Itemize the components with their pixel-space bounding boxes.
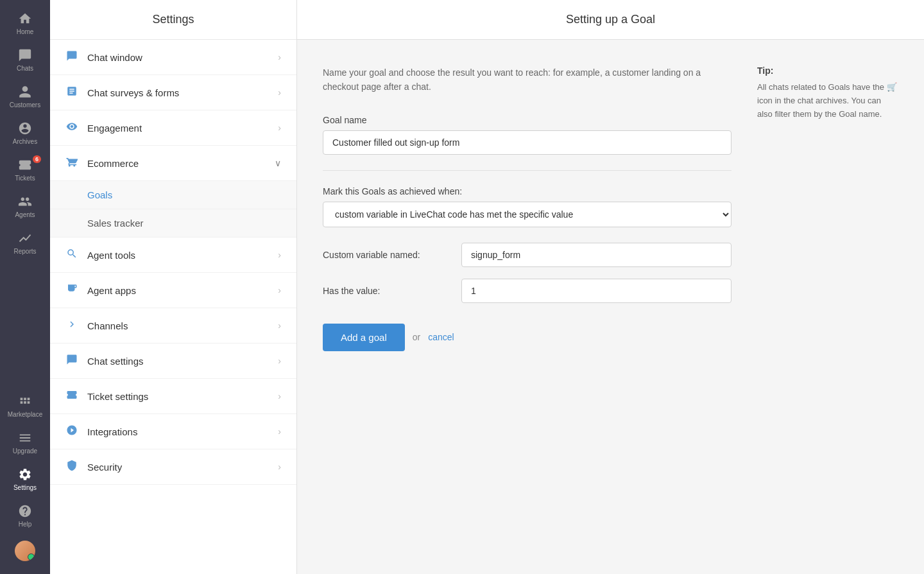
chevron-icon: › <box>278 462 281 472</box>
custom-var-label: Custom variable named: <box>323 250 451 260</box>
chevron-down-icon: ∨ <box>275 158 281 168</box>
nav-chats[interactable]: Chats <box>0 42 50 78</box>
menu-integrations[interactable]: Integrations › <box>50 414 296 449</box>
menu-chat-window-label: Chat window <box>87 52 278 63</box>
mark-as-select[interactable]: custom variable in LiveChat code has met… <box>323 202 732 227</box>
menu-agent-tools-label: Agent tools <box>87 250 278 261</box>
action-row: Add a goal or cancel <box>323 324 732 351</box>
add-goal-button[interactable]: Add a goal <box>323 324 405 351</box>
chevron-icon: › <box>278 320 281 331</box>
ecommerce-icon <box>65 156 78 170</box>
channels-icon <box>65 318 78 333</box>
ecommerce-submenu: Goals Sales tracker <box>50 181 296 238</box>
security-icon <box>65 460 78 474</box>
form-section: Name your goal and choose the result you… <box>323 65 732 351</box>
menu-ecommerce[interactable]: Ecommerce ∨ <box>50 146 296 181</box>
submenu-sales-tracker[interactable]: Sales tracker <box>50 209 296 238</box>
main-header: Setting up a Goal <box>297 0 924 40</box>
tip-text: All chats related to Goals have the 🛒 ic… <box>757 81 898 121</box>
integrations-icon <box>65 424 78 439</box>
menu-chat-settings[interactable]: Chat settings › <box>50 344 296 379</box>
settings-sidebar: Settings Chat window › Chat surveys & fo… <box>50 0 297 574</box>
page-title: Setting up a Goal <box>566 13 655 26</box>
menu-channels-label: Channels <box>87 320 278 331</box>
user-avatar-item[interactable] <box>0 534 50 574</box>
has-value-label: Has the value: <box>323 286 451 296</box>
goal-name-input[interactable] <box>323 130 732 155</box>
cancel-link[interactable]: cancel <box>428 332 454 342</box>
ticket-settings-icon <box>65 389 78 403</box>
mark-as-group: Mark this Goals as achieved when: custom… <box>323 186 732 227</box>
chevron-icon: › <box>278 356 281 366</box>
icon-nav: Home Chats Customers Archives 6 Tickets … <box>0 0 50 574</box>
settings-title: Settings <box>50 0 296 40</box>
menu-ecommerce-label: Ecommerce <box>87 158 275 169</box>
menu-engagement-label: Engagement <box>87 123 278 134</box>
cart-icon: 🛒 <box>887 81 897 94</box>
menu-ticket-settings-label: Ticket settings <box>87 391 278 402</box>
nav-customers[interactable]: Customers <box>0 78 50 115</box>
menu-agent-tools[interactable]: Agent tools › <box>50 238 296 273</box>
chevron-icon: › <box>278 426 281 437</box>
menu-chat-surveys[interactable]: Chat surveys & forms › <box>50 75 296 110</box>
chevron-icon: › <box>278 250 281 260</box>
nav-help[interactable]: Help <box>0 498 50 534</box>
main-content: Setting up a Goal Name your goal and cho… <box>297 0 924 574</box>
chat-surveys-icon <box>65 85 78 100</box>
mark-as-label: Mark this Goals as achieved when: <box>323 186 732 196</box>
custom-var-field: Custom variable named: <box>323 243 732 267</box>
agent-tools-icon <box>65 248 78 262</box>
menu-agent-apps-label: Agent apps <box>87 285 278 296</box>
nav-upgrade[interactable]: Upgrade <box>0 424 50 461</box>
has-value-input[interactable] <box>461 279 732 303</box>
menu-ticket-settings[interactable]: Ticket settings › <box>50 379 296 414</box>
chat-settings-icon <box>65 354 78 368</box>
menu-security[interactable]: Security › <box>50 449 296 485</box>
description-text: Name your goal and choose the result you… <box>323 65 732 94</box>
divider <box>323 170 732 171</box>
has-value-field: Has the value: <box>323 279 732 303</box>
avatar <box>15 541 35 561</box>
menu-engagement[interactable]: Engagement › <box>50 110 296 146</box>
nav-settings[interactable]: Settings <box>0 461 50 498</box>
main-body: Name your goal and choose the result you… <box>297 40 924 377</box>
chevron-icon: › <box>278 87 281 98</box>
goal-name-label: Goal name <box>323 115 732 125</box>
nav-home[interactable]: Home <box>0 5 50 42</box>
menu-chat-surveys-label: Chat surveys & forms <box>87 87 278 98</box>
engagement-icon <box>65 121 78 135</box>
nav-tickets[interactable]: 6 Tickets <box>0 152 50 188</box>
tip-section: Tip: All chats related to Goals have the… <box>757 65 898 351</box>
chevron-icon: › <box>278 285 281 295</box>
chevron-icon: › <box>278 123 281 133</box>
nav-marketplace[interactable]: Marketplace <box>0 388 50 424</box>
menu-chat-settings-label: Chat settings <box>87 356 278 367</box>
chat-window-icon <box>65 50 78 64</box>
agent-apps-icon <box>65 283 78 297</box>
menu-chat-window[interactable]: Chat window › <box>50 40 296 75</box>
menu-agent-apps[interactable]: Agent apps › <box>50 273 296 308</box>
chevron-icon: › <box>278 391 281 401</box>
nav-reports[interactable]: Reports <box>0 225 50 261</box>
menu-security-label: Security <box>87 462 278 473</box>
custom-var-input[interactable] <box>461 243 732 267</box>
chevron-icon: › <box>278 52 281 62</box>
tip-label: Tip: <box>757 65 898 76</box>
menu-channels[interactable]: Channels › <box>50 308 296 344</box>
nav-archives[interactable]: Archives <box>0 115 50 152</box>
submenu-goals[interactable]: Goals <box>50 181 296 209</box>
tickets-badge: 6 <box>33 155 41 163</box>
or-text: or <box>413 332 420 342</box>
menu-integrations-label: Integrations <box>87 426 278 437</box>
goal-name-group: Goal name <box>323 115 732 155</box>
nav-agents[interactable]: Agents <box>0 188 50 225</box>
